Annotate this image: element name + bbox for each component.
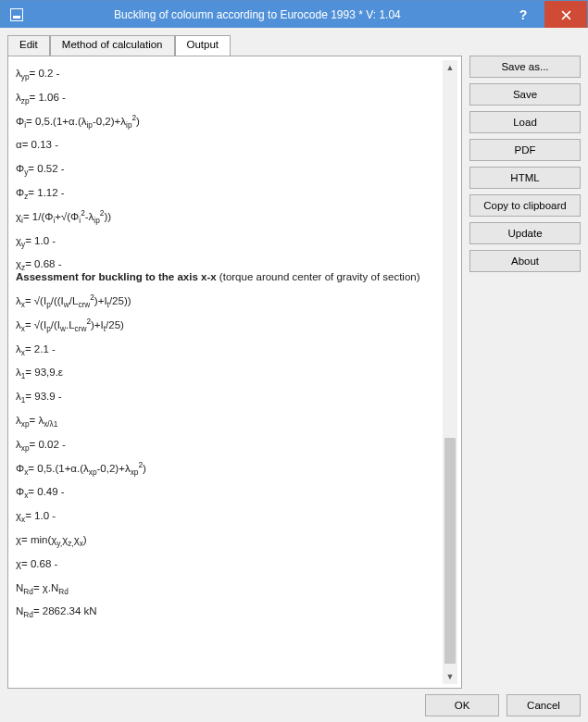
output-panel: λyp= 0.2 - λzp= 1.06 - Φi= 0,5.(1+α.(λip… bbox=[7, 56, 462, 689]
output-line: χy= 1.0 - bbox=[16, 230, 435, 254]
load-button[interactable]: Load bbox=[469, 111, 581, 133]
tab-output[interactable]: Output bbox=[175, 35, 231, 56]
output-content: λyp= 0.2 - λzp= 1.06 - Φi= 0,5.(1+α.(λip… bbox=[10, 58, 444, 628]
output-line: λzp= 1.06 - bbox=[16, 86, 435, 110]
footer: OK Cancel bbox=[0, 689, 588, 722]
close-button[interactable] bbox=[544, 1, 587, 29]
output-line: Φx= 0,5.(1+α.(λxp-0,2)+λxp2) bbox=[16, 457, 435, 481]
tab-bar: Edit Method of calculation Output bbox=[7, 35, 462, 56]
ok-button[interactable]: OK bbox=[425, 694, 499, 716]
cancel-button[interactable]: Cancel bbox=[507, 694, 581, 716]
save-as-button[interactable]: Save as... bbox=[469, 56, 581, 78]
output-line: λ1= 93,9.ε bbox=[16, 361, 435, 385]
scrollbar[interactable]: ▲ ▼ bbox=[443, 60, 457, 684]
output-line: NRd= 2862.34 kN bbox=[16, 600, 435, 624]
copy-clip-button[interactable]: Copy to clipboard bbox=[469, 194, 581, 217]
output-line: Φy= 0.52 - bbox=[16, 157, 435, 181]
scroll-up-icon[interactable]: ▲ bbox=[443, 60, 457, 75]
window-title: Buckling of coloumn according to Eurocod… bbox=[114, 8, 401, 21]
output-line: χi= 1/(Φi+√(Φi2-λip2)) bbox=[16, 205, 435, 230]
output-line: λyp= 0.2 - bbox=[16, 62, 435, 86]
side-buttons: Save as... Save Load PDF HTML Copy to cl… bbox=[469, 35, 581, 689]
output-line: α= 0.13 - bbox=[16, 133, 435, 157]
output-line: λxp= 0.02 - bbox=[16, 433, 435, 457]
scroll-track[interactable] bbox=[443, 75, 457, 669]
output-line: Φi= 0,5.(1+α.(λip-0,2)+λip2) bbox=[16, 110, 435, 134]
output-line: NRd= χ.NRd bbox=[16, 577, 435, 601]
output-line: Φz= 1.12 - bbox=[16, 181, 435, 205]
pdf-button[interactable]: PDF bbox=[469, 139, 581, 161]
save-button[interactable]: Save bbox=[469, 83, 581, 106]
about-button[interactable]: About bbox=[469, 250, 581, 272]
scroll-thumb[interactable] bbox=[444, 438, 456, 664]
output-line: λ1= 93.9 - bbox=[16, 385, 435, 409]
tab-method[interactable]: Method of calculation bbox=[50, 35, 175, 56]
output-heading: Assessment for buckling to the axis x-x … bbox=[16, 271, 435, 290]
output-line: λx= √(Ip/((Iw/Lcrw2)+It/25)) bbox=[16, 290, 435, 314]
title-bar: Buckling of coloumn according to Eurocod… bbox=[1, 1, 587, 29]
html-button[interactable]: HTML bbox=[469, 167, 581, 189]
window-buttons: ? bbox=[502, 1, 587, 29]
help-button[interactable]: ? bbox=[502, 1, 544, 29]
output-line: χx= 1.0 - bbox=[16, 504, 435, 529]
output-line: Φx= 0.49 - bbox=[16, 480, 435, 504]
output-line: λx= 2.1 - bbox=[16, 338, 435, 362]
output-line: χ= min(χy,χz,χx) bbox=[16, 529, 435, 553]
update-button[interactable]: Update bbox=[469, 222, 581, 244]
scroll-down-icon[interactable]: ▼ bbox=[443, 669, 457, 684]
output-line: χz= 0.68 - bbox=[16, 253, 435, 271]
output-line: λxp= λx/λ1 bbox=[16, 409, 435, 433]
output-line: λx= √(Ip/(Iw.Lcrw2)+It/25) bbox=[16, 314, 435, 338]
app-icon bbox=[10, 8, 23, 21]
tab-edit[interactable]: Edit bbox=[7, 35, 50, 56]
output-line: χ= 0.68 - bbox=[16, 553, 435, 577]
